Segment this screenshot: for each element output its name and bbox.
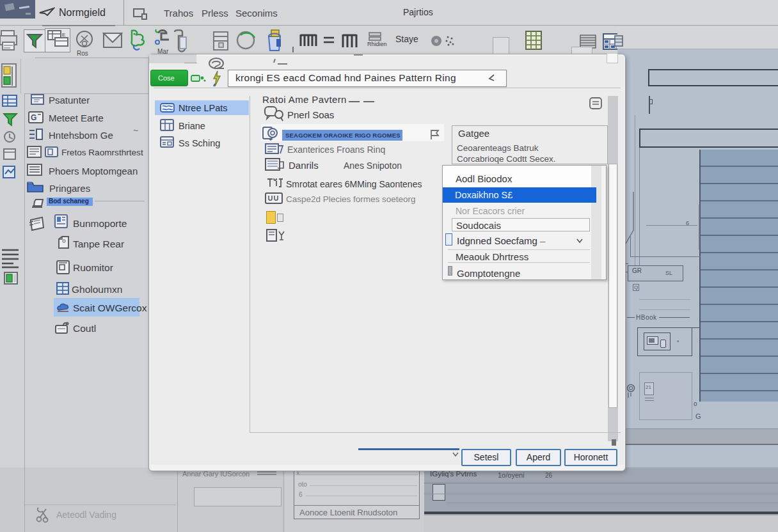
svg-text:G: G <box>31 113 36 122</box>
svg-text:E: E <box>62 32 65 38</box>
